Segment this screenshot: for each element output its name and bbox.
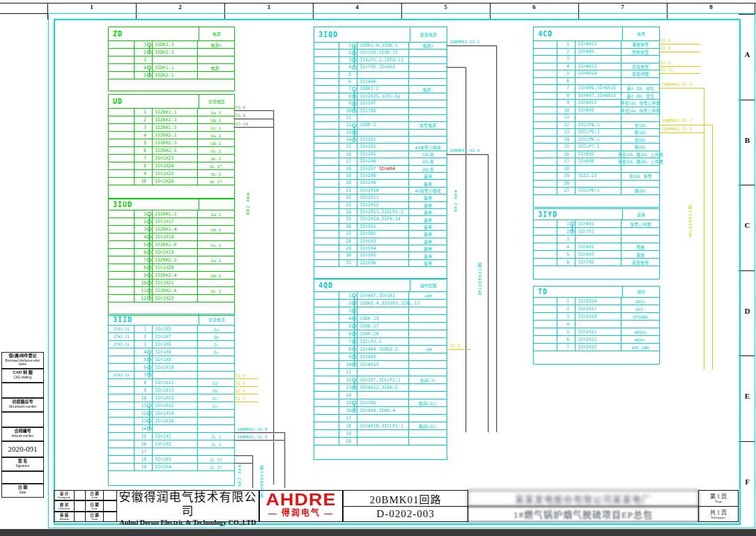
cell-wire-number: 3IZKK2:1 [153,132,197,139]
cell-external-ref [314,384,339,391]
cell-external-ref [314,353,339,360]
cell-terminal-number: 29 [339,245,357,252]
cell-terminal-number: 1 [557,220,576,227]
cell-signal-label [408,115,447,121]
cell-terminal-number: 12 [339,376,357,383]
cell-terminal-number: 11 [339,115,357,121]
table-row: 17 [109,448,234,456]
cell-wire-number: 3In4X2 [576,243,621,250]
cell-wire-number: 3In3X7,3ICLP2:1 [357,376,408,383]
cell-signal-label: IL 1* [197,456,234,463]
cell-external-ref [314,346,339,353]
wire-label: 10BMK01-X2-5 [662,126,692,131]
cell-terminal-number: 8 [134,379,153,386]
cell-signal-label [408,307,447,314]
cell-wire-number: 3In6X2 [576,151,621,158]
cell-wire-number [576,236,621,243]
cell-signal-label: Ub 2 [197,139,234,146]
cell-external-ref [534,313,557,320]
cell-signal-label: 跳1DL [621,129,659,136]
cell-terminal-number: 13 [339,384,357,391]
jumper-link [149,268,150,276]
cell-external-ref [314,72,339,78]
jumper-link [354,296,355,304]
table-row: 173In2X62DL合 [314,158,447,165]
cell-wire-number: 3IQK:2 [357,122,408,128]
cell-wire-number: 3In4X10,3ICLP1:1 [357,422,408,429]
cell-signal-label: UL 1 [197,155,234,162]
table-row: 73In1X23UL 1 [109,155,234,162]
table-row: 313In5X6备用 [314,260,447,267]
cell-external-ref [314,173,339,179]
cell-signal-label [408,315,447,322]
cell-external-ref [534,114,557,121]
cell-signal-label: GPSGND [621,313,659,320]
terminal-table-3IYD: 3IYD遥信13In4X1信号公共端23In7X1343In4X2预告53In4… [533,208,660,280]
cell-terminal-number: 3 [134,226,153,233]
cell-wire-number: 3In4X9,3IKK:4 [357,407,408,414]
table-row: 43IKK:19 [314,315,447,323]
cell-terminal-number: 2 [134,49,153,56]
jumper-link [149,230,150,238]
cell-signal-label [408,369,447,376]
table-title: 3IUD [109,199,199,210]
wire-line [233,110,274,111]
table-header: ZD电源 [109,27,234,41]
table-row: 93In1X13Ib' [109,387,234,395]
cell-terminal-number: 15 [134,433,153,440]
cell-wire-number [576,56,621,63]
cell-terminal-number: 5 [339,72,357,78]
cell-external-ref [534,251,557,258]
wire-line [658,73,700,74]
table-row: 33IZKK1:4Ub 1 [109,226,234,233]
cell-wire-number: 3ICLP7:1 [576,144,621,151]
cell-external-ref [109,395,134,401]
cell-external-ref [314,64,339,70]
approval-role-cell: 审 核Review [54,512,75,522]
jumper-link [354,46,355,53]
cell-external-ref [109,425,134,432]
table-row: 83In2X25,3IXL:A2 [314,93,447,100]
wire-line [273,110,274,484]
cell-terminal-number: 22 [339,194,357,201]
cell-signal-label [408,415,447,422]
cell-wire-number: 3In5X5 [357,252,408,259]
cell-external-ref [109,448,134,455]
cell-wire-number [357,72,408,78]
cell-signal-label: Uc 1 [197,124,234,131]
ruler-col-1: 1 [47,3,136,13]
table-row: 133In1X16 [109,418,234,425]
cell-external-ref [314,79,339,85]
table-row: 43IZKK2:1Ua 2 [109,132,234,139]
cell-terminal-number: 6 [134,147,153,154]
cell-signal-label: 备用 [408,202,447,208]
cell-wire-number: 3In1X1 [153,433,197,440]
cell-signal-label: #1信号小母线 [408,144,447,150]
cell-terminal-number: 4 [557,63,576,70]
cell-signal-label: #2信号小母线 [408,187,447,194]
cell-wire-number: 3IDK2:1 [153,72,197,79]
ruler-tick [224,3,225,13]
cell-terminal-number: 2 [134,116,153,123]
wire-line [712,125,713,369]
table-empty-strip [109,471,234,485]
cell-terminal-number: 2 [339,300,357,307]
wire-label: X2-1 [661,38,670,43]
cell-terminal-number: 5 [557,70,576,77]
cell-wire-number: 3In6X7,3In6X13 [576,93,621,100]
cell-terminal-number: 1 [339,43,357,49]
cell-terminal-number: 2 [134,218,153,225]
cell-signal-label: +KM [408,292,447,299]
vertical-cable-label: 至10BMK01屏 [259,431,265,498]
wire-line [284,432,285,488]
cell-wire-number [357,415,408,422]
table-row: 6 [534,78,659,86]
cell-wire-number: 3In5X3 [357,238,408,245]
cell-external-ref [534,187,557,194]
wire-line [446,67,465,68]
cell-terminal-number: 3 [339,57,357,63]
cell-signal-label [408,72,447,78]
cell-terminal-number: 7 [557,85,576,92]
cell-signal-label: Ib' [197,387,234,394]
cell-external-ref [314,216,339,222]
